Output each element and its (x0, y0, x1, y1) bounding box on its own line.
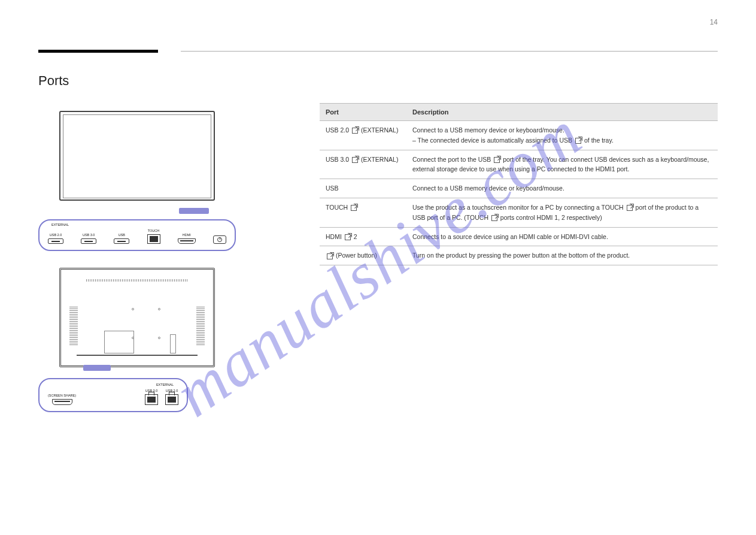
usb-port-icon (114, 238, 129, 244)
desc-cell: Connects to a source device using an HDM… (406, 227, 718, 246)
desc-cell: Connect to a USB memory device or keyboa… (406, 121, 718, 150)
front-ports-callout: EXTERNAL USB 2.0 USB 3.0 USB TOUCH HDMI (38, 219, 236, 251)
port-cell: USB (320, 179, 406, 198)
col-port: Port (320, 104, 406, 121)
port-usb2: USB 2.0 (48, 233, 63, 244)
port-power (213, 234, 226, 244)
port-screen-share: (SCREEN SHARE) (48, 394, 76, 405)
table-row: HDMI 2 Connects to a source device using… (320, 227, 718, 246)
rear-ports-callout: EXTERNAL (SCREEN SHARE) USB 3.0 USB 2.0 (38, 378, 188, 412)
external-group-label: EXTERNAL (51, 223, 69, 226)
port-cell: (Power button) (320, 246, 406, 265)
touch-port-icon (147, 234, 160, 244)
screen-frame (59, 111, 215, 201)
table-header-row: Port Description (320, 104, 718, 121)
port-cell: USB 3.0 (EXTERNAL) (320, 150, 406, 179)
power-button-icon (213, 235, 226, 244)
port-cell: HDMI 2 (320, 227, 406, 246)
port-usb2-rear: USB 2.0 (165, 389, 178, 405)
col-description: Description (406, 104, 718, 121)
port-touch: TOUCH (147, 229, 160, 244)
power-icon (327, 253, 333, 259)
usb-port-icon (48, 238, 63, 244)
table-row: TOUCH Use the product as a touchscreen m… (320, 198, 718, 227)
usb-port-icon (165, 394, 178, 405)
external-icon (351, 205, 357, 211)
external-group-label: EXTERNAL (156, 383, 174, 386)
port-usb3: USB 3.0 (81, 233, 96, 244)
external-icon (627, 205, 633, 211)
desc-cell: Connect to a USB memory device or keyboa… (406, 179, 718, 198)
diagram-column: EXTERNAL USB 2.0 USB 3.0 USB TOUCH HDMI (38, 111, 236, 412)
port-hdmi: HDMI (178, 233, 196, 244)
port-usb: USB (114, 233, 129, 244)
usb-port-icon (145, 394, 158, 405)
table-row: USB 3.0 (EXTERNAL) Connect the port to t… (320, 150, 718, 179)
table-row: (Power button) Turn on the product by pr… (320, 246, 718, 265)
ports-table: Port Description USB 2.0 (EXTERNAL) Conn… (320, 103, 718, 265)
accent-bar (38, 50, 158, 53)
ports-table-region: Port Description USB 2.0 (EXTERNAL) Conn… (320, 103, 718, 265)
usb-port-icon (81, 238, 96, 244)
external-icon (491, 215, 497, 221)
page-number: 14 (710, 18, 718, 26)
external-icon (352, 157, 358, 163)
callout-tag (83, 365, 111, 371)
port-usb3-rear: USB 3.0 (145, 389, 158, 405)
external-icon (494, 157, 500, 163)
hdmi-port-icon (178, 238, 196, 244)
port-cell: USB 2.0 (EXTERNAL) (320, 121, 406, 150)
port-cell: TOUCH (320, 198, 406, 227)
table-row: USB Connect to a USB memory device or ke… (320, 179, 718, 198)
front-view-diagram (59, 111, 215, 210)
desc-cell: Turn on the product by pressing the powe… (406, 246, 718, 265)
rear-view-diagram (59, 268, 215, 367)
table-row: USB 2.0 (EXTERNAL) Connect to a USB memo… (320, 121, 718, 150)
external-icon (352, 128, 358, 134)
divider-line (181, 51, 718, 52)
external-icon (575, 138, 581, 144)
external-icon (345, 234, 351, 240)
section-title: Ports (38, 73, 69, 89)
screen-share-port-icon (52, 399, 72, 405)
desc-cell: Use the product as a touchscreen monitor… (406, 198, 718, 227)
desc-cell: Connect the port to the USB port of the … (406, 150, 718, 179)
callout-tag (179, 208, 209, 214)
